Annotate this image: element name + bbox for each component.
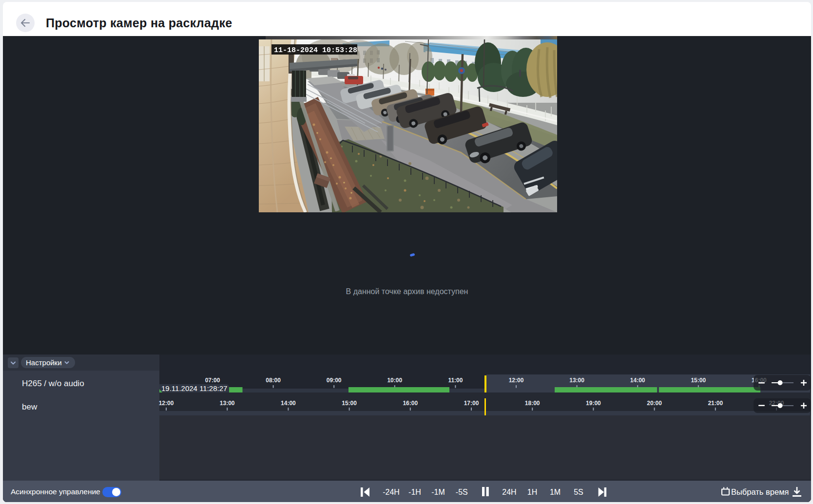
svg-text:12:00: 12:00 [159, 400, 174, 407]
svg-text:-1M: -1M [431, 488, 445, 496]
svg-text:09:00: 09:00 [327, 377, 342, 384]
svg-text:10:00: 10:00 [387, 377, 402, 384]
svg-text:12:00: 12:00 [509, 377, 524, 384]
svg-text:-24H: -24H [383, 488, 400, 496]
svg-text:1H: 1H [527, 488, 537, 496]
svg-text:15:00: 15:00 [342, 400, 357, 407]
svg-text:08:00: 08:00 [266, 377, 281, 384]
svg-text:17:00: 17:00 [464, 400, 479, 407]
svg-text:14:00: 14:00 [281, 400, 296, 407]
svg-text:5S: 5S [574, 488, 583, 496]
svg-text:13:00: 13:00 [220, 400, 235, 407]
svg-text:21:00: 21:00 [708, 400, 723, 407]
svg-text:18:00: 18:00 [525, 400, 540, 407]
svg-text:Выбрать время: Выбрать время [731, 487, 789, 496]
svg-text:20:00: 20:00 [647, 400, 662, 407]
svg-text:07:00: 07:00 [205, 377, 220, 384]
svg-text:-1H: -1H [408, 488, 421, 496]
svg-text:14:00: 14:00 [630, 377, 645, 384]
svg-text:19.11.2024 11:28:27: 19.11.2024 11:28:27 [161, 384, 227, 392]
svg-text:-5S: -5S [456, 488, 468, 496]
svg-text:19:00: 19:00 [586, 400, 601, 407]
svg-text:11:00: 11:00 [448, 377, 463, 384]
svg-text:16:00: 16:00 [403, 400, 418, 407]
svg-text:24H: 24H [502, 488, 516, 496]
svg-text:15:00: 15:00 [691, 377, 706, 384]
svg-text:1M: 1M [550, 488, 561, 496]
svg-text:13:00: 13:00 [569, 377, 584, 384]
